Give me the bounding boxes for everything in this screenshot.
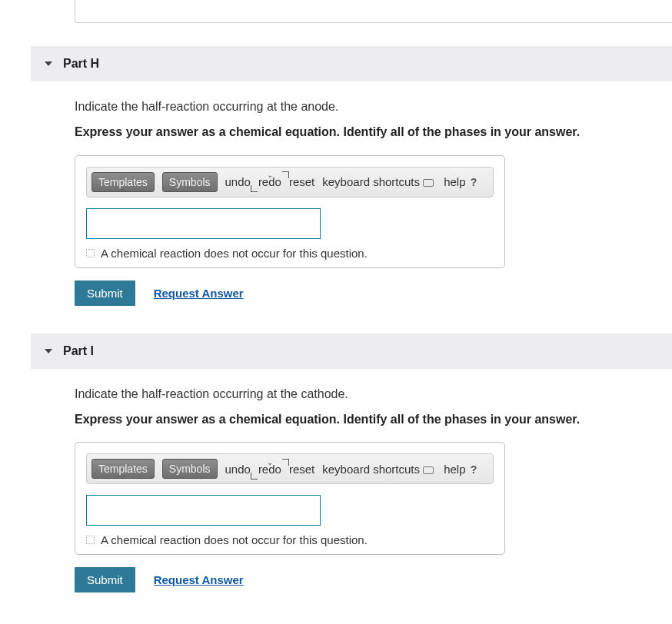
symbols-button[interactable]: Symbols <box>162 172 218 192</box>
no-reaction-label: A chemical reaction does not occur for t… <box>101 533 368 546</box>
equation-input-h[interactable] <box>86 208 321 239</box>
templates-button[interactable]: Templates ⌃ <box>91 459 155 479</box>
redo-button[interactable]: ⌄ redo <box>258 463 281 476</box>
undo-button[interactable]: undo <box>225 463 251 476</box>
no-reaction-checkbox-i[interactable] <box>86 536 95 544</box>
part-i-title: Part I <box>63 344 94 358</box>
equation-toolbar: Templates ⌃ Symbols undo ⌄ redo reset ke… <box>86 453 494 484</box>
keyboard-shortcuts-button[interactable]: keyboard shortcuts <box>322 175 436 188</box>
part-i-prompt: Indicate the half-reaction occurring at … <box>75 386 672 403</box>
equation-toolbar: Templates ⌃ Symbols undo ⌄ redo reset ke… <box>86 167 494 197</box>
caret-up-icon: ⌃ <box>120 475 126 483</box>
part-h-instruction: Express your answer as a chemical equati… <box>75 123 672 141</box>
help-icon: ? <box>471 463 477 476</box>
collapse-icon <box>45 61 52 66</box>
request-answer-link-i[interactable]: Request Answer <box>154 573 244 586</box>
redo-button[interactable]: ⌄ redo <box>258 175 281 188</box>
symbols-button[interactable]: Symbols <box>162 459 218 479</box>
request-answer-link-h[interactable]: Request Answer <box>154 287 244 300</box>
undo-button[interactable]: undo <box>225 175 251 188</box>
part-h-title: Part H <box>63 57 99 71</box>
answer-panel-h: Templates ⌃ Symbols undo ⌄ redo reset ke… <box>75 155 505 268</box>
answer-panel-i: Templates ⌃ Symbols undo ⌄ redo reset ke… <box>75 442 505 555</box>
no-reaction-label: A chemical reaction does not occur for t… <box>101 247 368 260</box>
reset-button[interactable]: reset <box>289 463 314 476</box>
templates-button[interactable]: Templates ⌃ <box>91 172 155 192</box>
caret-down-icon: ⌄ <box>267 459 273 466</box>
part-h-prompt: Indicate the half-reaction occurring at … <box>75 98 672 115</box>
caret-up-icon: ⌃ <box>120 188 126 196</box>
part-h-header[interactable]: Part H <box>31 46 672 81</box>
submit-button-i[interactable]: Submit <box>75 567 135 592</box>
reset-button[interactable]: reset <box>289 175 314 188</box>
equation-input-i[interactable] <box>86 495 321 526</box>
no-reaction-checkbox-h[interactable] <box>86 249 95 257</box>
help-button[interactable]: help ? <box>444 463 477 476</box>
caret-down-icon: ⌄ <box>267 171 273 179</box>
part-i-header[interactable]: Part I <box>31 334 672 369</box>
collapse-icon <box>45 349 52 353</box>
keyboard-icon <box>423 179 434 187</box>
help-button[interactable]: help ? <box>444 175 477 188</box>
help-icon: ? <box>471 176 477 188</box>
keyboard-icon <box>423 466 434 474</box>
submit-button-h[interactable]: Submit <box>75 280 135 306</box>
keyboard-shortcuts-button[interactable]: keyboard shortcuts <box>322 463 436 476</box>
part-i-body: Indicate the half-reaction occurring at … <box>31 386 672 593</box>
part-h-body: Indicate the half-reaction occurring at … <box>31 98 672 306</box>
part-i-instruction: Express your answer as a chemical equati… <box>75 410 672 428</box>
previous-part-box-fragment <box>75 0 672 23</box>
